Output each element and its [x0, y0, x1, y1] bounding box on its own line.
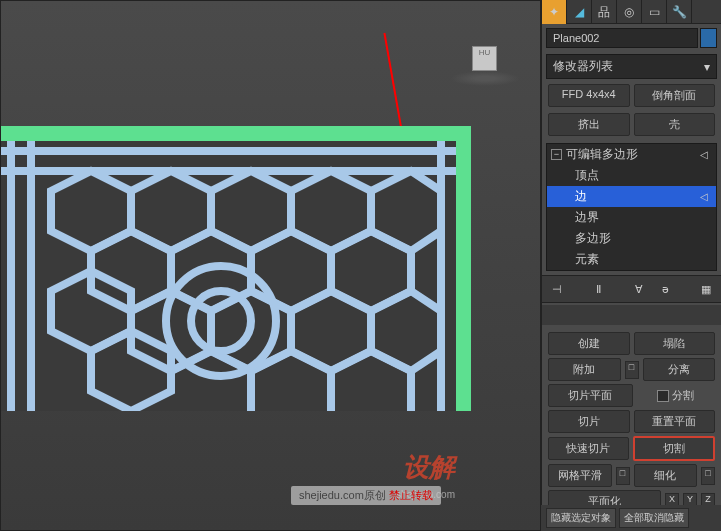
show-result-icon[interactable]: Ⅱ: [589, 280, 607, 298]
tree-edge-label: 边: [575, 188, 587, 205]
tree-indicator-icon: ◁: [700, 149, 708, 160]
tree-root-label: 可编辑多边形: [566, 146, 638, 163]
tree-indicator-icon: ◁: [700, 191, 708, 202]
attach-button[interactable]: 附加: [548, 358, 621, 381]
dropdown-label: 修改器列表: [553, 58, 613, 75]
split-checkbox-group[interactable]: 分割: [637, 388, 716, 403]
pin-stack-icon[interactable]: ⊣: [548, 280, 566, 298]
slice-button[interactable]: 切片: [548, 410, 630, 433]
make-unique-icon[interactable]: ∀: [630, 280, 648, 298]
tree-item-vertex[interactable]: 顶点: [547, 165, 716, 186]
cut-button[interactable]: 切割: [633, 436, 716, 461]
geometry-object[interactable]: [1, 126, 476, 416]
chevron-down-icon: ▾: [704, 60, 710, 74]
quick-slice-button[interactable]: 快速切片: [548, 437, 629, 460]
tree-root-editable-poly[interactable]: − 可编辑多边形 ◁: [547, 144, 716, 165]
object-color-swatch[interactable]: [700, 28, 717, 48]
tab-hierarchy-icon[interactable]: 品: [592, 0, 617, 24]
geometry-mesh: [1, 141, 456, 411]
section-divider: [542, 305, 721, 325]
remove-modifier-icon[interactable]: ə: [656, 280, 674, 298]
svg-point-1: [191, 291, 251, 351]
msmooth-settings-button[interactable]: □: [616, 467, 630, 485]
tree-item-element[interactable]: 元素: [547, 249, 716, 270]
footer-attribution: shejiedu.com原创 禁止转载: [291, 486, 441, 505]
split-checkbox[interactable]: [657, 390, 669, 402]
tree-item-edge[interactable]: 边 ◁: [547, 186, 716, 207]
stack-toolbar: ⊣ Ⅱ ∀ ə ▦: [542, 275, 721, 303]
tab-display-icon[interactable]: ▭: [642, 0, 667, 24]
tab-utilities-icon[interactable]: 🔧: [667, 0, 692, 24]
viewport[interactable]: HU: [0, 0, 541, 531]
tab-motion-icon[interactable]: ◎: [617, 0, 642, 24]
reset-plane-button[interactable]: 重置平面: [634, 410, 716, 433]
mesh-wireframe: [1, 141, 456, 411]
unhide-all-button[interactable]: 全部取消隐藏: [619, 508, 689, 528]
create-button[interactable]: 创建: [548, 332, 630, 355]
configure-sets-icon[interactable]: ▦: [697, 280, 715, 298]
tab-modify-icon[interactable]: ◢: [567, 0, 592, 24]
modifier-list-dropdown[interactable]: 修改器列表 ▾: [546, 54, 717, 79]
command-panel: ✦ ◢ 品 ◎ ▭ 🔧 修改器列表 ▾ FFD 4x4x4 倒角剖面 挤出 壳 …: [541, 0, 721, 531]
view-cube[interactable]: HU: [450, 36, 520, 91]
slice-plane-button[interactable]: 切片平面: [548, 384, 633, 407]
panel-tabs: ✦ ◢ 品 ◎ ▭ 🔧: [542, 0, 721, 24]
tree-item-polygon[interactable]: 多边形: [547, 228, 716, 249]
split-label: 分割: [672, 388, 694, 403]
footer-site: shejiedu.com原创: [299, 489, 386, 501]
watermark-text: 设解: [403, 450, 455, 485]
object-name-row: [542, 24, 721, 52]
tree-item-border[interactable]: 边界: [547, 207, 716, 228]
object-name-input[interactable]: [546, 28, 698, 48]
detach-button[interactable]: 分离: [643, 358, 716, 381]
bottom-bar: 隐藏选定对象 全部取消隐藏: [541, 505, 721, 531]
footer-warning: 禁止转载: [389, 489, 433, 501]
cube-shadow: [450, 71, 520, 86]
msmooth-button[interactable]: 网格平滑: [548, 464, 612, 487]
hide-selected-button[interactable]: 隐藏选定对象: [546, 508, 616, 528]
shell-button[interactable]: 壳: [634, 113, 716, 136]
attach-settings-button[interactable]: □: [625, 361, 639, 379]
modifier-stack[interactable]: − 可编辑多边形 ◁ 顶点 边 ◁ 边界 多边形 元素: [546, 143, 717, 271]
tessellate-button[interactable]: 细化: [634, 464, 698, 487]
ffd-button[interactable]: FFD 4x4x4: [548, 84, 630, 107]
chamfer-button[interactable]: 倒角剖面: [634, 84, 716, 107]
cube-face[interactable]: HU: [472, 46, 497, 71]
collapse-button[interactable]: 塌陷: [634, 332, 716, 355]
tessellate-settings-button[interactable]: □: [701, 467, 715, 485]
tab-create-icon[interactable]: ✦: [542, 0, 567, 24]
tree-collapse-icon[interactable]: −: [551, 149, 562, 160]
extrude-button[interactable]: 挤出: [548, 113, 630, 136]
edit-tools: 创建 塌陷 附加 □ 分离 切片平面 分割 切片 重置平面 快速切片 切割 网格…: [542, 327, 721, 531]
